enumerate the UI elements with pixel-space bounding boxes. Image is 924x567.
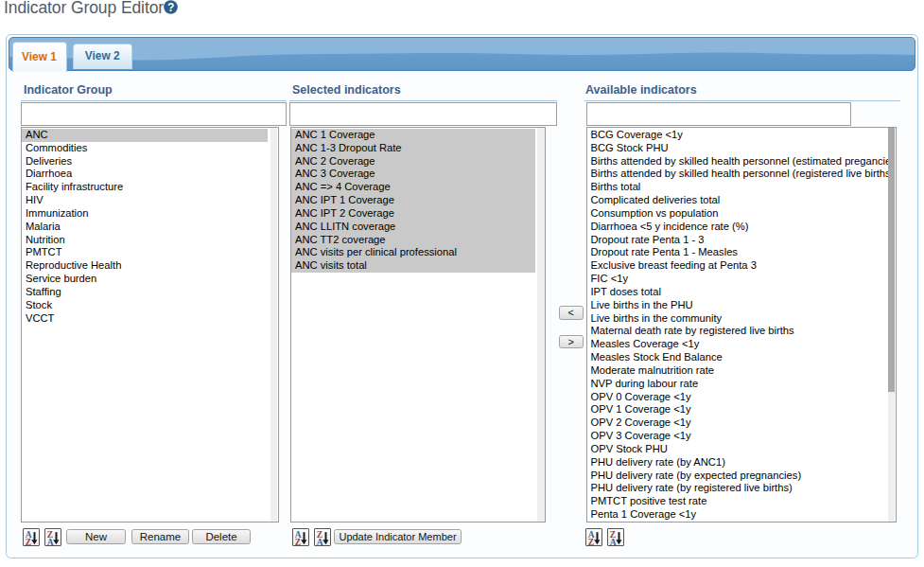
svg-text:Z: Z	[588, 537, 594, 544]
svg-text:Z: Z	[26, 537, 31, 544]
svg-text:?: ?	[167, 1, 174, 14]
svg-text:A: A	[47, 537, 54, 544]
svg-text:A: A	[610, 537, 617, 544]
svg-text:A: A	[316, 537, 323, 544]
svg-text:Z: Z	[294, 537, 300, 544]
